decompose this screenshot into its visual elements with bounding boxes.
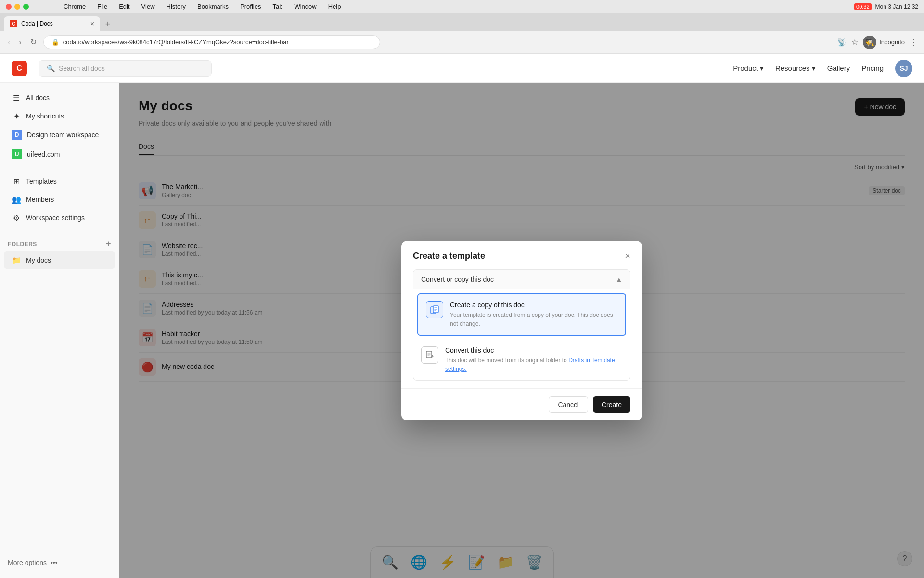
coda-navbar: C 🔍 Search all docs Product ▾ Resources …	[0, 54, 924, 83]
sidebar-divider	[0, 168, 119, 168]
forward-button[interactable]: ›	[17, 36, 23, 49]
incognito-icon: 🕵	[863, 36, 876, 49]
modal-header: Create a template ×	[401, 241, 642, 269]
tab-bar: C Coda | Docs × +	[0, 13, 924, 31]
copy-doc-icon	[426, 301, 443, 318]
coda-logo[interactable]: C	[12, 61, 27, 76]
create-template-modal: Create a template × Convert or copy this…	[401, 241, 642, 420]
collapse-icon[interactable]: ▲	[616, 276, 622, 283]
folder-icon: 📁	[12, 255, 21, 265]
url-text: coda.io/workspaces/ws-9k084c17rQ/folders…	[63, 39, 289, 46]
minimize-window-button[interactable]	[14, 4, 20, 10]
search-icon: 🔍	[47, 65, 55, 72]
address-input[interactable]: 🔒 coda.io/workspaces/ws-9k084c17rQ/folde…	[43, 35, 380, 49]
menu-chrome[interactable]: Chrome	[62, 2, 88, 11]
title-bar-right: 00:32 Mon 3 Jan 12:32	[854, 3, 918, 10]
sidebar-item-templates[interactable]: ⊞ Templates	[4, 172, 115, 190]
sidebar-item-uifeed[interactable]: U uifeed.com	[4, 145, 115, 163]
more-browser-options[interactable]: ⋮	[910, 37, 918, 48]
option-title: Create a copy of this doc	[450, 301, 617, 309]
lock-icon: 🔒	[51, 39, 59, 46]
chevron-down-icon: ▾	[760, 64, 764, 73]
reload-button[interactable]: ↻	[28, 36, 38, 49]
chevron-down-icon: ▾	[812, 64, 816, 73]
address-bar: ‹ › ↻ 🔒 coda.io/workspaces/ws-9k084c17rQ…	[0, 31, 924, 54]
more-options-label: More options	[8, 559, 47, 566]
close-window-button[interactable]	[6, 4, 12, 10]
menu-tab[interactable]: Tab	[270, 2, 284, 11]
sidebar-item-all-docs[interactable]: ☰ All docs	[4, 89, 115, 106]
nav-gallery[interactable]: Gallery	[827, 64, 850, 72]
sidebar-item-workspace-settings[interactable]: ⚙ Workspace settings	[4, 209, 115, 226]
back-button[interactable]: ‹	[6, 36, 12, 49]
settings-icon: ⚙	[12, 213, 21, 223]
menu-bookmarks[interactable]: Bookmarks	[195, 2, 231, 11]
bookmark-icon[interactable]: ☆	[851, 38, 858, 47]
sidebar-divider-2	[0, 231, 119, 231]
sidebar-item-my-docs[interactable]: 📁 My docs	[4, 251, 115, 269]
nav-resources[interactable]: Resources ▾	[775, 64, 816, 73]
tab-title: Coda | Docs	[21, 20, 53, 27]
ellipsis-icon: •••	[51, 559, 58, 566]
menu-help[interactable]: Help	[326, 2, 343, 11]
search-placeholder: Search all docs	[59, 65, 105, 72]
more-options-button[interactable]: More options •••	[8, 559, 111, 566]
cast-icon[interactable]: 📡	[837, 38, 847, 47]
option-desc: This doc will be moved from its original…	[445, 356, 622, 373]
folders-label: FOLDERS	[8, 241, 37, 248]
add-folder-button[interactable]: +	[106, 239, 111, 249]
option-title: Convert this doc	[445, 346, 622, 354]
members-icon: 👥	[12, 195, 21, 204]
modal-section: Convert or copy this doc ▲	[413, 269, 630, 381]
sidebar-members-label: Members	[26, 196, 54, 203]
menu-view[interactable]: View	[140, 2, 157, 11]
modal-title: Create a template	[413, 251, 485, 261]
menu-window[interactable]: Window	[292, 2, 318, 11]
battery-indicator: 00:32	[854, 3, 872, 10]
menu-edit[interactable]: Edit	[117, 2, 131, 11]
maximize-window-button[interactable]	[23, 4, 29, 10]
convert-doc-icon	[421, 346, 438, 364]
sidebar-item-my-shortcuts[interactable]: ✦ My shortcuts	[4, 107, 115, 125]
address-bar-right: 📡 ☆ 🕵 Incognito ⋮	[837, 36, 918, 49]
incognito-label: Incognito	[879, 39, 905, 46]
search-input[interactable]: 🔍 Search all docs	[38, 60, 212, 77]
option-convert-doc[interactable]: Convert this doc This doc will be moved …	[413, 340, 630, 380]
cancel-button[interactable]: Cancel	[549, 396, 588, 413]
sidebar-item-members[interactable]: 👥 Members	[4, 191, 115, 208]
modal-close-button[interactable]: ×	[625, 250, 630, 262]
create-button[interactable]: Create	[593, 396, 630, 413]
all-docs-icon: ☰	[12, 93, 21, 103]
browser-tab[interactable]: C Coda | Docs ×	[4, 16, 100, 31]
menu-history[interactable]: History	[165, 2, 188, 11]
nav-pricing[interactable]: Pricing	[861, 64, 884, 72]
templates-icon: ⊞	[12, 176, 21, 186]
nav-product[interactable]: Product ▾	[733, 64, 764, 73]
sidebar-uifeed-label: uifeed.com	[27, 150, 60, 158]
option-create-copy[interactable]: Create a copy of this doc Your template …	[417, 293, 626, 336]
section-title: Convert or copy this doc	[421, 276, 494, 283]
sidebar-bottom: More options •••	[0, 553, 119, 572]
sidebar: ☰ All docs ✦ My shortcuts D Design team …	[0, 83, 119, 578]
macos-menu-bar: Chrome File Edit View History Bookmarks …	[62, 2, 343, 11]
incognito-badge: 🕵 Incognito	[863, 36, 905, 49]
tab-close-button[interactable]: ×	[90, 20, 94, 27]
sidebar-my-docs-label: My docs	[26, 256, 51, 264]
sidebar-templates-label: Templates	[26, 177, 57, 185]
modal-overlay[interactable]: Create a template × Convert or copy this…	[119, 83, 924, 578]
sidebar-item-design-team[interactable]: D Design team workspace	[4, 126, 115, 144]
title-bar: Chrome File Edit View History Bookmarks …	[0, 0, 924, 13]
clock: Mon 3 Jan 12:32	[875, 3, 918, 10]
modal-footer: Cancel Create	[401, 388, 642, 420]
avatar[interactable]: SJ	[895, 60, 912, 77]
menu-profiles[interactable]: Profiles	[238, 2, 263, 11]
traffic-lights	[6, 4, 29, 10]
main-layout: ☰ All docs ✦ My shortcuts D Design team …	[0, 83, 924, 578]
new-tab-button[interactable]: +	[101, 17, 115, 31]
content-area: My docs + New doc Private docs only avai…	[119, 83, 924, 578]
option-content: Convert this doc This doc will be moved …	[445, 346, 622, 373]
option-desc: Your template is created from a copy of …	[450, 311, 617, 328]
design-team-avatar: D	[12, 130, 22, 140]
sidebar-shortcuts-label: My shortcuts	[26, 112, 64, 120]
menu-file[interactable]: File	[95, 2, 109, 11]
